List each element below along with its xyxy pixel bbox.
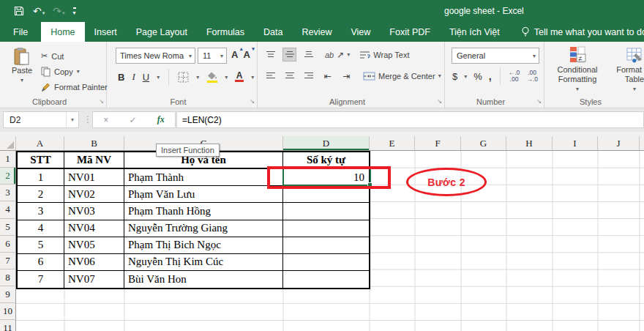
shrink-font-button[interactable]: A▾: [243, 49, 250, 60]
cell-c6[interactable]: Phạm Thị Bich Ngọc: [124, 237, 283, 253]
column-header-e[interactable]: E: [370, 136, 415, 150]
grow-font-button[interactable]: A▴: [231, 49, 238, 60]
cell-d6[interactable]: [283, 237, 369, 253]
number-dialog-launcher-icon[interactable]: ↘: [536, 98, 542, 105]
paste-dropdown-icon[interactable]: ▾: [20, 75, 23, 85]
tab-review[interactable]: Review: [292, 22, 341, 42]
number-format-dropdown-icon[interactable]: ▾: [530, 53, 539, 59]
cut-button[interactable]: ✂ Cut: [41, 48, 108, 64]
cell-a4[interactable]: 3: [18, 203, 64, 219]
decrease-indent-button[interactable]: ⇤: [321, 69, 334, 83]
accounting-dropdown-icon[interactable]: ▾: [464, 73, 467, 80]
font-name-dropdown-icon[interactable]: ▾: [186, 53, 195, 59]
row-header-3[interactable]: 3: [0, 185, 16, 201]
column-header-b[interactable]: B: [64, 136, 124, 150]
redo-button[interactable]: ↷▾: [53, 4, 64, 18]
row-header-9[interactable]: 9: [0, 286, 16, 303]
formula-input[interactable]: =LEN(C2): [176, 111, 644, 128]
cell-a7[interactable]: 6: [18, 254, 64, 270]
align-right-button[interactable]: [302, 69, 315, 83]
align-left-button[interactable]: [263, 69, 277, 83]
underline-dropdown-icon[interactable]: ▾: [157, 74, 160, 81]
row-header-1[interactable]: 1: [0, 151, 16, 168]
cell-b8[interactable]: NV07: [64, 271, 124, 288]
underline-button[interactable]: U: [143, 72, 149, 83]
increase-indent-button[interactable]: ⇥: [340, 69, 353, 83]
tab-file[interactable]: File: [0, 22, 41, 42]
paste-button[interactable]: Paste ▾: [6, 47, 38, 85]
row-header-5[interactable]: 5: [0, 219, 16, 236]
tab-foxit-pdf[interactable]: Foxit PDF: [380, 22, 440, 42]
row-header-11[interactable]: 11: [0, 320, 16, 331]
header-cell-stt[interactable]: STT: [18, 152, 64, 168]
cell-d5[interactable]: [283, 220, 369, 237]
cell-b4[interactable]: NV03: [64, 203, 124, 219]
cell-b7[interactable]: NV06: [64, 254, 124, 270]
cell-a5[interactable]: 4: [18, 220, 64, 237]
cell-c3[interactable]: Phạm Văn Lưu: [124, 186, 283, 202]
cancel-button[interactable]: ×: [103, 115, 108, 125]
comma-style-button[interactable]: ,: [489, 70, 492, 82]
row-header-8[interactable]: 8: [0, 269, 16, 286]
cell-d8[interactable]: [283, 271, 369, 288]
tab-insert[interactable]: Insert: [85, 22, 127, 42]
increase-decimal-button[interactable]: ←.0 .00: [509, 70, 520, 83]
tab-data[interactable]: Data: [254, 22, 292, 42]
cell-d4[interactable]: [283, 203, 369, 219]
borders-dropdown-icon[interactable]: ▾: [196, 74, 199, 81]
column-header-i[interactable]: I: [553, 136, 598, 150]
cell-a6[interactable]: 5: [18, 237, 64, 253]
worksheet-grid[interactable]: A B C D E F G H I J 1 2 3 4 5 6 7 8 9 10…: [0, 136, 644, 331]
row-header-7[interactable]: 7: [0, 253, 16, 269]
middle-align-button[interactable]: [282, 48, 296, 62]
tab-page-layout[interactable]: Page Layout: [127, 22, 197, 42]
enter-button[interactable]: ✓: [129, 115, 136, 125]
column-header-j[interactable]: J: [598, 136, 640, 150]
cell-b2[interactable]: NV01: [64, 169, 124, 185]
row-header-6[interactable]: 6: [0, 236, 16, 253]
column-header-d[interactable]: D: [283, 136, 370, 150]
font-size-combo[interactable]: 11 ▾: [198, 48, 227, 64]
column-header-g[interactable]: G: [461, 136, 506, 150]
save-icon[interactable]: [13, 5, 25, 17]
undo-dropdown-icon[interactable]: ▾: [42, 10, 45, 15]
cell-a2[interactable]: 1: [18, 169, 64, 185]
customize-quick-access-button[interactable]: ▾: [73, 4, 76, 18]
cell-a3[interactable]: 2: [18, 186, 64, 202]
conditional-formatting-button[interactable]: ≠ Conditional Formatting ▾: [553, 45, 602, 94]
name-box[interactable]: D2 ▾: [3, 111, 79, 128]
accounting-format-button[interactable]: $: [452, 71, 457, 82]
font-size-dropdown-icon[interactable]: ▾: [217, 53, 226, 59]
font-name-combo[interactable]: Times New Roma ▾: [116, 48, 195, 64]
format-as-table-dropdown-icon[interactable]: ▾: [633, 84, 636, 94]
cell-b5[interactable]: NV04: [64, 220, 124, 237]
font-color-dropdown-icon[interactable]: ▾: [251, 74, 254, 81]
center-button[interactable]: [282, 69, 296, 83]
bottom-align-button[interactable]: [302, 48, 315, 62]
cell-c7[interactable]: Nguyễn Thị Kim Cúc: [124, 254, 283, 270]
row-header-10[interactable]: 10: [0, 303, 16, 320]
select-all-corner[interactable]: [0, 136, 16, 150]
font-dialog-launcher-icon[interactable]: ↘: [250, 98, 255, 105]
cell-c8[interactable]: Bùi Văn Hon: [124, 271, 283, 288]
cell-b6[interactable]: NV05: [64, 237, 124, 253]
column-header-h[interactable]: H: [506, 136, 553, 150]
copy-dropdown-icon[interactable]: ▾: [77, 68, 80, 75]
merge-center-dropdown-icon[interactable]: ▾: [438, 72, 441, 79]
borders-icon[interactable]: [178, 72, 189, 83]
percent-style-button[interactable]: %: [473, 71, 482, 82]
column-header-f[interactable]: F: [415, 136, 461, 150]
undo-button[interactable]: ↶▾: [33, 4, 45, 18]
number-format-combo[interactable]: General ▾: [452, 48, 539, 64]
column-header-a[interactable]: A: [16, 136, 64, 150]
fill-color-dropdown-icon[interactable]: ▾: [225, 74, 228, 81]
column-header-k-partial[interactable]: [640, 136, 644, 150]
fill-color-button[interactable]: [206, 72, 217, 83]
clipboard-dialog-launcher-icon[interactable]: ↘: [99, 98, 104, 105]
insert-function-button[interactable]: fx: [157, 114, 165, 125]
cell-c2[interactable]: Phạm Thành: [124, 169, 283, 185]
orientation-button[interactable]: ab ↗ ▾: [325, 50, 350, 60]
cell-a8[interactable]: 7: [18, 271, 64, 288]
merge-center-button[interactable]: Merge & Center ▾: [363, 72, 441, 81]
row-header-4[interactable]: 4: [0, 201, 16, 218]
